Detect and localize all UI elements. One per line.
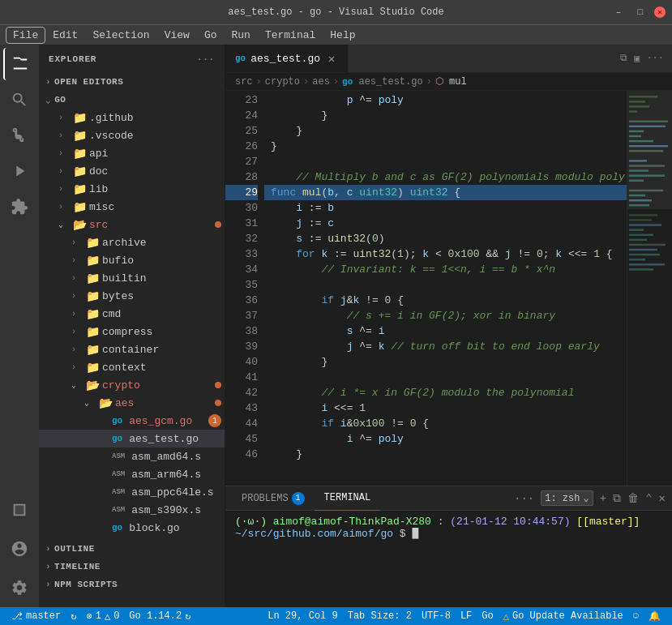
tree-item-lib[interactable]: › 📁 lib	[39, 180, 225, 198]
tree-item-cmd[interactable]: › 📁 cmd	[39, 305, 225, 323]
tree-item-archive[interactable]: › 📁 archive	[39, 233, 225, 251]
status-notifications[interactable]: 🔔	[644, 607, 666, 625]
tree-item-asm-amd64[interactable]: ASM asm_amd64.s	[39, 447, 225, 465]
tab-aes-test[interactable]: go aes_test.go ✕	[225, 45, 349, 72]
minimize-button[interactable]: –	[611, 6, 627, 19]
panel-tab-terminal[interactable]: TERMINAL	[315, 486, 381, 511]
more-actions-button[interactable]: ···	[644, 51, 666, 66]
menu-selection[interactable]: Selection	[86, 28, 156, 43]
warning-icon: △	[503, 610, 509, 623]
tree-item-github[interactable]: › 📁 .github	[39, 109, 225, 126]
npm-scripts-label: NPM SCRIPTS	[54, 580, 118, 589]
tree-item-compress[interactable]: › 📁 compress	[39, 323, 225, 340]
problems-badge: 1	[292, 492, 305, 505]
tree-item-asm-ppc64le[interactable]: ASM asm_ppc64le.s	[39, 483, 225, 501]
menu-file[interactable]: File	[6, 28, 45, 43]
tab-label: aes_test.go	[250, 53, 320, 65]
menu-view[interactable]: View	[158, 28, 196, 43]
close-panel-button[interactable]: ✕	[659, 491, 666, 505]
tab-close-button[interactable]: ✕	[325, 52, 338, 65]
error-icon: ⊗	[86, 610, 92, 623]
asm-file-icon: ASM	[112, 452, 125, 460]
menu-help[interactable]: Help	[323, 28, 362, 43]
tree-item-api[interactable]: › 📁 api	[39, 144, 225, 162]
maximize-panel-button[interactable]: ⌃	[645, 491, 652, 505]
tree-item-vscode[interactable]: › 📁 .vscode	[39, 126, 225, 144]
status-cursor-pos[interactable]: Ln 29, Col 9	[263, 607, 342, 625]
close-button[interactable]: ✕	[654, 6, 666, 18]
status-feedback[interactable]: ☺	[628, 607, 644, 625]
tree-item-block[interactable]: go block.go	[39, 519, 225, 537]
tree-label-bufio: bufio	[102, 255, 225, 267]
status-go-update[interactable]: △ Go Update Available	[499, 607, 628, 625]
title-bar: aes_test.go - go - Visual Studio Code – …	[0, 0, 672, 24]
tree-item-doc[interactable]: › 📁 doc	[39, 162, 225, 180]
activity-settings[interactable]	[3, 571, 36, 604]
line-numbers: 23 24 25 26 27 28 29 30 31 32 33 34 35 3…	[225, 91, 264, 486]
status-branch[interactable]: ⎇ master	[6, 607, 66, 625]
tree-item-container[interactable]: › 📁 container	[39, 340, 225, 358]
split-terminal-button[interactable]: ⧉	[613, 492, 621, 505]
menu-go[interactable]: Go	[198, 28, 224, 43]
section-go[interactable]: ⌄ GO	[39, 91, 225, 109]
tree-item-aes-gcm[interactable]: go aes_gcm.go 1	[39, 412, 225, 430]
asm-file-icon: ASM	[112, 506, 125, 514]
activity-search[interactable]	[3, 83, 36, 116]
activity-account[interactable]	[3, 533, 36, 565]
activity-source-control[interactable]	[3, 119, 36, 152]
menu-edit[interactable]: Edit	[46, 28, 84, 43]
section-timeline[interactable]: › TIMELINE	[39, 558, 225, 576]
status-encoding[interactable]: UTF-8	[417, 607, 456, 625]
chevron-right-icon: ›	[71, 256, 83, 265]
activity-explorer[interactable]	[3, 48, 36, 80]
breadcrumb-crypto[interactable]: crypto	[265, 76, 300, 88]
status-errors[interactable]: ⊗ 1 △ 0	[81, 607, 124, 625]
breadcrumb-file[interactable]: go aes_test.go	[342, 76, 423, 88]
section-npm-scripts[interactable]: › NPM SCRIPTS	[39, 576, 225, 593]
panel-tab-problems[interactable]: PROBLEMS 1	[232, 486, 315, 511]
activity-run[interactable]	[3, 155, 36, 187]
delete-terminal-button[interactable]: 🗑	[627, 492, 639, 505]
code-line-25: }	[264, 123, 627, 139]
tree-item-aes-test[interactable]: go aes_test.go	[39, 430, 225, 447]
status-go-version[interactable]: Go 1.14.2 ↻	[124, 607, 195, 625]
code-content[interactable]: p ^= poly } } } // Multiply b and c as G…	[264, 91, 627, 486]
layout-button[interactable]: ▣	[632, 51, 641, 66]
status-sync[interactable]: ↻	[66, 607, 81, 625]
maximize-button[interactable]: □	[632, 6, 648, 19]
activity-remote[interactable]	[3, 494, 36, 526]
split-editor-button[interactable]: ⧉	[618, 51, 629, 66]
sidebar-more-icon[interactable]: ···	[197, 54, 215, 64]
menu-terminal[interactable]: Terminal	[259, 28, 322, 43]
status-language[interactable]: Go	[477, 607, 498, 625]
chevron-right-icon: ›	[71, 327, 83, 336]
tree-label-aes-gcm: aes_gcm.go	[129, 415, 205, 427]
tree-item-src[interactable]: ⌄ 📂 src	[39, 216, 225, 233]
breadcrumb-symbol[interactable]: ⬡ mul	[435, 75, 467, 88]
section-open-editors[interactable]: › OPEN EDITORS	[39, 73, 225, 91]
tree-item-crypto[interactable]: ⌄ 📂 crypto	[39, 376, 225, 394]
activity-extensions[interactable]	[3, 190, 36, 223]
tree-item-asm-arm64[interactable]: ASM asm_arm64.s	[39, 465, 225, 483]
section-outline[interactable]: › OUTLINE	[39, 540, 225, 558]
terminal-content[interactable]: (·ω·) aimof@aimof-ThinkPad-X280 : (21-01…	[225, 511, 672, 607]
status-tab-size[interactable]: Tab Size: 2	[343, 607, 417, 625]
menu-run[interactable]: Run	[225, 28, 256, 43]
panel-more-button[interactable]: ···	[514, 492, 534, 505]
chevron-right-icon: ›	[58, 167, 70, 176]
add-terminal-button[interactable]: +	[600, 492, 606, 505]
tree-item-bytes[interactable]: › 📁 bytes	[39, 287, 225, 305]
tree-item-builtin[interactable]: › 📁 builtin	[39, 269, 225, 287]
status-line-ending[interactable]: LF	[456, 607, 477, 625]
tree-label-vscode: .vscode	[89, 130, 225, 142]
tree-item-misc[interactable]: › 📁 misc	[39, 198, 225, 216]
breadcrumb-src[interactable]: src	[235, 76, 253, 88]
breadcrumb-aes[interactable]: aes	[312, 76, 330, 88]
tree-item-asm-s390x[interactable]: ASM asm_s390x.s	[39, 501, 225, 519]
terminal-select[interactable]: 1: zsh ⌄	[541, 490, 593, 506]
tree-item-bufio[interactable]: › 📁 bufio	[39, 251, 225, 269]
folder-open-icon: 📂	[73, 218, 86, 231]
tree-item-context[interactable]: › 📁 context	[39, 358, 225, 376]
bell-icon: 🔔	[648, 610, 661, 623]
tree-item-aes[interactable]: ⌄ 📂 aes	[39, 394, 225, 412]
